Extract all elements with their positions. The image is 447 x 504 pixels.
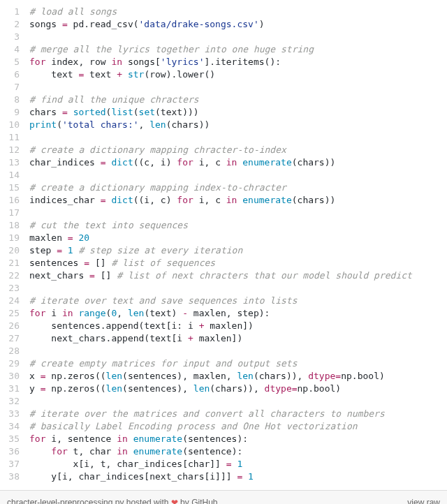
line-number: 26 xyxy=(0,320,29,332)
code-line: 32 xyxy=(0,395,447,408)
hosted-text: hosted with xyxy=(124,498,170,504)
code-content: next_chars = [] # list of next chracters… xyxy=(29,269,447,282)
code-line: 18# cut the text into sequences xyxy=(0,219,447,232)
line-number: 13 xyxy=(0,156,29,169)
code-line: 33# iterate over the matrices and conver… xyxy=(0,408,447,420)
code-line: 27 next_chars.append(text[i + maxlen]) xyxy=(0,332,447,345)
code-line: 36 for t, char in enumerate(sentence): xyxy=(0,445,447,458)
code-line: 34# basically Label Encoding process and… xyxy=(0,420,447,433)
code-line: 19maxlen = 20 xyxy=(0,232,447,244)
code-content: # merge all the lyrics together into one… xyxy=(29,43,447,56)
code-content: # create empty matrices for input and ou… xyxy=(29,357,447,370)
line-number: 34 xyxy=(0,420,29,433)
code-line: 17 xyxy=(0,207,447,219)
line-number: 1 xyxy=(0,6,29,18)
line-number: 9 xyxy=(0,106,29,119)
code-content xyxy=(29,345,447,357)
code-content: # basically Label Encoding process and O… xyxy=(29,420,447,433)
line-number: 38 xyxy=(0,470,29,483)
code-line: 24# iterate over text and save sequences… xyxy=(0,295,447,307)
line-number: 7 xyxy=(0,81,29,94)
line-number: 10 xyxy=(0,119,29,131)
code-content xyxy=(29,81,447,94)
code-content xyxy=(29,395,447,408)
line-number: 12 xyxy=(0,144,29,156)
line-number: 37 xyxy=(0,458,29,470)
line-number: 28 xyxy=(0,345,29,357)
line-number: 18 xyxy=(0,219,29,232)
code-content: for i in range(0, len(text) - maxlen, st… xyxy=(29,307,447,320)
code-content: char_indices = dict((c, i) for i, c in e… xyxy=(29,156,447,169)
code-line: 9chars = sorted(list(set(text))) xyxy=(0,106,447,119)
line-number: 4 xyxy=(0,43,29,56)
code-content: # iterate over the matrices and convert … xyxy=(29,408,447,420)
code-line: 30x = np.zeros((len(sentences), maxlen, … xyxy=(0,370,447,383)
code-content xyxy=(29,131,447,144)
line-number: 27 xyxy=(0,332,29,345)
code-line: 22next_chars = [] # list of next chracte… xyxy=(0,269,447,282)
code-content: # find all the unique chracters xyxy=(29,94,447,106)
code-content: for i, sentence in enumerate(sentences): xyxy=(29,433,447,445)
heart-icon: ❤ xyxy=(171,498,178,504)
code-content: for index, row in songs['lyrics'].iterit… xyxy=(29,56,447,68)
view-raw-link[interactable]: view raw xyxy=(407,496,440,504)
code-line: 23 xyxy=(0,282,447,295)
code-line: 5for index, row in songs['lyrics'].iteri… xyxy=(0,56,447,68)
code-content: sentences.append(text[i: i + maxlen]) xyxy=(29,320,447,332)
line-number: 16 xyxy=(0,194,29,207)
code-content: # iterate over text and save sequences i… xyxy=(29,295,447,307)
filename-link[interactable]: chracter-level-preprocessing.py xyxy=(7,498,124,504)
code-line: 21sentences = [] # list of sequences xyxy=(0,257,447,269)
code-content: # create a dictionary mapping chracter-t… xyxy=(29,144,447,156)
code-line: 8# find all the unique chracters xyxy=(0,94,447,106)
code-line: 1# load all songs xyxy=(0,6,447,18)
meta-left: chracter-level-preprocessing.py hosted w… xyxy=(7,496,217,504)
code-line: 3 xyxy=(0,31,447,43)
line-number: 23 xyxy=(0,282,29,295)
line-number: 25 xyxy=(0,307,29,320)
line-number: 33 xyxy=(0,408,29,420)
code-block: 1# load all songs2songs = pd.read_csv('d… xyxy=(0,0,447,490)
gist-container: 1# load all songs2songs = pd.read_csv('d… xyxy=(0,0,447,504)
code-content: step = 1 # step size at every iteration xyxy=(29,244,447,257)
code-content: x = np.zeros((len(sentences), maxlen, le… xyxy=(29,370,447,383)
line-number: 35 xyxy=(0,433,29,445)
code-line: 13char_indices = dict((c, i) for i, c in… xyxy=(0,156,447,169)
code-line: 14 xyxy=(0,169,447,181)
code-content: y = np.zeros((len(sentences), len(chars)… xyxy=(29,383,447,395)
line-number: 30 xyxy=(0,370,29,383)
line-number: 15 xyxy=(0,181,29,194)
line-number: 20 xyxy=(0,244,29,257)
line-number: 22 xyxy=(0,269,29,282)
code-line: 6 text = text + str(row).lower() xyxy=(0,68,447,81)
code-line: 12# create a dictionary mapping chracter… xyxy=(0,144,447,156)
line-number: 19 xyxy=(0,232,29,244)
code-line: 16indices_char = dict((i, c) for i, c in… xyxy=(0,194,447,207)
code-content: songs = pd.read_csv('data/drake-songs.cs… xyxy=(29,18,447,31)
code-content xyxy=(29,282,447,295)
line-number: 11 xyxy=(0,131,29,144)
code-content: x[i, t, char_indices[char]] = 1 xyxy=(29,458,447,470)
code-line: 37 x[i, t, char_indices[char]] = 1 xyxy=(0,458,447,470)
code-line: 35for i, sentence in enumerate(sentences… xyxy=(0,433,447,445)
line-number: 32 xyxy=(0,395,29,408)
line-number: 36 xyxy=(0,445,29,458)
gist-meta: chracter-level-preprocessing.py hosted w… xyxy=(0,490,447,504)
code-line: 38 y[i, char_indices[next_chars[i]]] = 1 xyxy=(0,470,447,483)
code-line: 28 xyxy=(0,345,447,357)
code-line: 2songs = pd.read_csv('data/drake-songs.c… xyxy=(0,18,447,31)
code-line: 25for i in range(0, len(text) - maxlen, … xyxy=(0,307,447,320)
line-number: 29 xyxy=(0,357,29,370)
github-link[interactable]: GitHub xyxy=(191,498,217,504)
code-content xyxy=(29,207,447,219)
line-number: 3 xyxy=(0,31,29,43)
line-number: 5 xyxy=(0,56,29,68)
code-line: 31y = np.zeros((len(sentences), len(char… xyxy=(0,383,447,395)
code-content: # cut the text into sequences xyxy=(29,219,447,232)
code-content: maxlen = 20 xyxy=(29,232,447,244)
line-number: 31 xyxy=(0,383,29,395)
code-line: 10print('total chars:', len(chars)) xyxy=(0,119,447,131)
code-content xyxy=(29,31,447,43)
code-line: 4# merge all the lyrics together into on… xyxy=(0,43,447,56)
code-content: # create a dictionary mapping index-to-c… xyxy=(29,181,447,194)
